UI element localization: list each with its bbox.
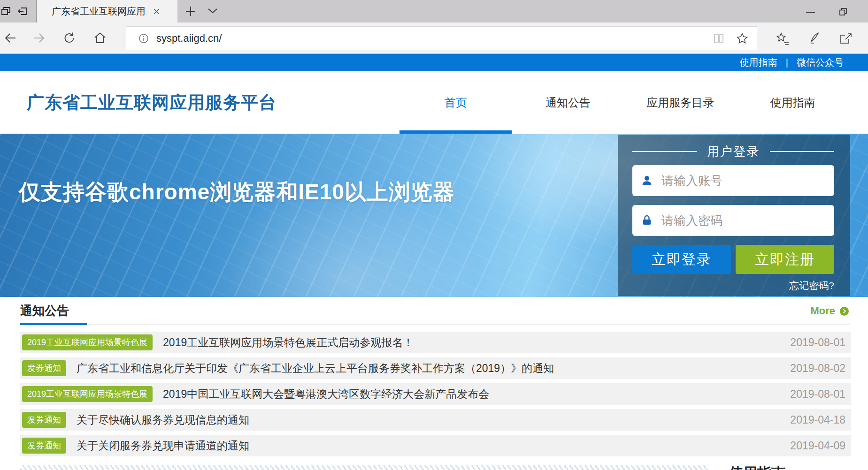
tab-list-chevron-icon[interactable] (207, 8, 218, 16)
notice-title[interactable]: 关于关闭服务券兑现申请通道的通知 (77, 439, 249, 453)
notice-badge: 2019工业互联网应用场景特色展 (22, 386, 153, 402)
back-icon[interactable] (4, 31, 17, 45)
reading-view-icon[interactable] (713, 32, 725, 45)
address-bar[interactable]: syspt.aiigd.cn/ (126, 26, 757, 50)
nav-item-notices[interactable]: 通知公告 (512, 71, 624, 134)
add-favorite-star-icon[interactable] (736, 32, 748, 45)
hero-banner: 仅支持谷歌chrome浏览器和IE10以上浏览器 用户登录 (0, 134, 868, 297)
nav-item-home[interactable]: 首页 (399, 71, 512, 134)
register-button[interactable]: 立即注册 (736, 245, 834, 274)
site-logo[interactable]: 广东省工业互联网应用服务平台 (27, 71, 277, 134)
notices-section: 通知公告 More 2019工业互联网应用场景特色展 2019工业互联网应用场景… (0, 297, 868, 470)
password-field-wrap (632, 205, 834, 236)
account-field-wrap (632, 165, 834, 196)
browser-tab[interactable]: 广东省工业互联网应用 (36, 0, 177, 23)
login-title: 用户登录 (707, 144, 760, 160)
lock-icon (641, 214, 653, 227)
user-icon (641, 174, 653, 187)
forward-icon[interactable] (32, 31, 46, 45)
notice-date: 2019-08-01 (790, 336, 845, 349)
hero-headline: 仅支持谷歌chrome浏览器和IE10以上浏览器 (19, 178, 455, 207)
notices-section-title: 通知公告 (20, 303, 69, 319)
notice-title[interactable]: 广东省工业和信息化厅关于印发《广东省工业企业上云上平台服务券奖补工作方案（201… (77, 361, 554, 376)
notice-title[interactable]: 关于尽快确认服务券兑现信息的通知 (77, 413, 249, 427)
notice-badge: 发券通知 (22, 360, 66, 376)
login-panel: 用户登录 立即登录 立即注册 忘记密码? (618, 135, 850, 296)
tab-close-icon[interactable] (151, 6, 161, 16)
notice-date: 2019-08-01 (790, 388, 845, 401)
forgot-password-link[interactable]: 忘记密码? (789, 279, 834, 292)
decorative-stripe-band (20, 465, 709, 470)
notice-row[interactable]: 2019工业互联网应用场景特色展 2019中国工业互联网大会暨粤港澳大湾区数字经… (20, 383, 851, 405)
more-label: More (810, 305, 835, 317)
more-arrow-icon (840, 307, 849, 316)
utility-wechat-link[interactable]: 微信公众号 (797, 56, 844, 69)
web-note-pen-icon[interactable] (808, 31, 822, 45)
notice-list: 2019工业互联网应用场景特色展 2019工业互联网应用场景特色展正式启动参观报… (20, 332, 851, 461)
notice-row[interactable]: 2019工业互联网应用场景特色展 2019工业互联网应用场景特色展正式启动参观报… (20, 332, 851, 353)
notice-badge: 发券通知 (22, 438, 66, 454)
notice-row[interactable]: 发券通知 广东省工业和信息化厅关于印发《广东省工业企业上云上平台服务券奖补工作方… (20, 357, 851, 379)
utility-bar: 使用指南 | 微信公众号 (0, 54, 868, 71)
notice-badge: 发券通知 (22, 412, 66, 428)
share-icon[interactable] (839, 31, 853, 45)
home-icon[interactable] (93, 31, 107, 45)
title-line-left (632, 151, 697, 152)
notice-title[interactable]: 2019中国工业互联网大会暨粤港澳大湾区数字经济大会新产品发布会 (163, 387, 489, 402)
section-divider-accent (20, 323, 87, 325)
window-minimize-button[interactable] (806, 12, 815, 13)
section-divider (20, 324, 850, 325)
browser-tab-bar: 广东省工业互联网应用 (0, 0, 868, 23)
new-tab-icon[interactable] (184, 5, 197, 17)
notice-badge: 2019工业互联网应用场景特色展 (22, 334, 153, 350)
login-title-row: 用户登录 (632, 144, 834, 159)
more-link[interactable]: More (810, 305, 849, 317)
nav-item-guide[interactable]: 使用指南 (737, 71, 849, 134)
tabs-preview-icon[interactable] (0, 6, 12, 17)
utility-guide-link[interactable]: 使用指南 (740, 56, 777, 69)
set-tabs-aside-icon[interactable] (17, 6, 28, 17)
site-info-icon[interactable] (138, 33, 149, 44)
main-nav: 首页 通知公告 应用服务目录 使用指南 (399, 71, 849, 134)
notice-title[interactable]: 2019工业互联网应用场景特色展正式启动参观报名！ (163, 335, 414, 350)
notice-date: 2019-04-18 (790, 414, 845, 426)
favorites-hub-icon[interactable] (776, 31, 790, 45)
url-text[interactable]: syspt.aiigd.cn/ (156, 32, 222, 45)
account-input[interactable] (661, 165, 834, 196)
login-button[interactable]: 立即登录 (632, 245, 731, 274)
nav-item-services[interactable]: 应用服务目录 (624, 71, 737, 134)
window-restore-button[interactable] (839, 8, 847, 16)
browser-toolbar: syspt.aiigd.cn/ (0, 23, 868, 54)
utility-separator: | (786, 57, 788, 68)
password-input[interactable] (661, 205, 834, 236)
notice-row[interactable]: 发券通知 关于尽快确认服务券兑现信息的通知 2019-04-18 (20, 409, 851, 431)
refresh-icon[interactable] (63, 31, 76, 45)
notice-row[interactable]: 发券通知 关于关闭服务券兑现申请通道的通知 2019-04-09 (20, 435, 851, 456)
notice-date: 2019-08-02 (790, 362, 845, 375)
guide-section-title: 使用指南 (729, 463, 785, 470)
tab-title: 广东省工业互联网应用 (52, 5, 146, 18)
title-line-right (770, 151, 834, 152)
notice-date: 2019-04-09 (790, 440, 845, 452)
site-header: 广东省工业互联网应用服务平台 首页 通知公告 应用服务目录 使用指南 (0, 71, 868, 134)
